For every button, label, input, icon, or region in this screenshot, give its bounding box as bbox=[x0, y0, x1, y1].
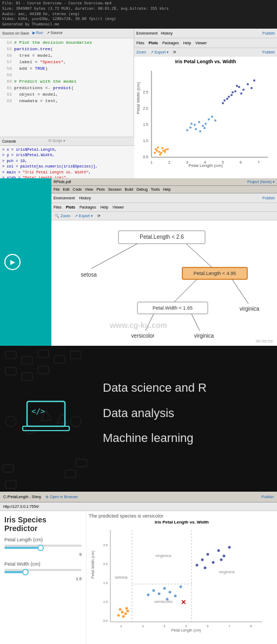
svg-text:</>: </> bbox=[31, 407, 45, 415]
source-btn[interactable]: ↗ Source bbox=[47, 31, 63, 35]
hist-tab[interactable]: History bbox=[79, 196, 91, 200]
svg-text:1.0: 1.0 bbox=[143, 139, 148, 143]
dt-viewer-tab[interactable]: Viewer bbox=[113, 205, 124, 209]
dark-text-section: </> Data science and R Data analysis Mac… bbox=[0, 346, 277, 492]
svg-text:virginica: virginica bbox=[194, 333, 214, 339]
shiny-scatter-plot: Petal Width (cm) Petal Length (cm) 0.5 1… bbox=[89, 525, 267, 638]
env-history-tab[interactable]: Environment bbox=[136, 31, 157, 35]
dt-export-btn[interactable]: ↗ Export ▾ bbox=[75, 214, 93, 218]
svg-point-39 bbox=[199, 130, 201, 132]
plots-menu[interactable]: Plots bbox=[96, 187, 105, 191]
export-btn[interactable]: ↗ Export ▾ bbox=[150, 50, 169, 55]
feature-text-1: Data science and R bbox=[103, 381, 266, 395]
publish-btn2[interactable]: Publish bbox=[262, 50, 275, 54]
svg-text:0.5: 0.5 bbox=[103, 619, 108, 622]
dt-refresh-btn[interactable]: ⟳ bbox=[97, 214, 101, 218]
help-tab[interactable]: Help bbox=[183, 41, 191, 45]
code-content: 54# Plot the decision boundaries 55parti… bbox=[0, 38, 134, 105]
dt-publish-btn[interactable]: Publish bbox=[262, 196, 275, 200]
svg-rect-73 bbox=[38, 350, 49, 358]
shiny-address-bar[interactable]: http://127.0.0.1:7554/ bbox=[0, 502, 277, 511]
tools-menu[interactable]: Tools bbox=[151, 187, 160, 191]
view-menu[interactable]: View bbox=[85, 187, 93, 191]
svg-text:3: 3 bbox=[186, 160, 188, 164]
dt-files-tab[interactable]: Files bbox=[54, 205, 62, 209]
file-info-line5: Generated by Thumbnail.me bbox=[2, 22, 275, 28]
dt-help-tab[interactable]: Help bbox=[101, 205, 108, 209]
dt-packages-tab[interactable]: Packages bbox=[80, 205, 96, 209]
zoom-btn[interactable]: Zoom bbox=[136, 50, 146, 54]
code-toolbar[interactable]: Source on Save ▶ Run ↗ Source bbox=[0, 29, 134, 38]
predicted-species-text: The predicted species is versicolor bbox=[89, 513, 275, 519]
dt-plots-toolbar[interactable]: Environment History Publish bbox=[51, 193, 277, 203]
file-info-line1: File: 01 - Course Overview - Course Over… bbox=[2, 1, 275, 6]
plot-controls-toolbar[interactable]: Zoom ↗ Export ▾ ⟳ Publish bbox=[134, 48, 277, 57]
plot-nav-toolbar[interactable]: Files Plots Packages Help Viewer bbox=[134, 38, 277, 48]
scatter-plot: Petal Width (cm) Petal Length (cm) 1 2 3… bbox=[135, 65, 271, 173]
session-menu[interactable]: Session bbox=[108, 187, 122, 191]
shiny-toolbar[interactable]: C:/PetalLength - Shiny ⊕ Open in Browser… bbox=[0, 492, 277, 502]
play-button[interactable]: ▶ bbox=[4, 254, 21, 270]
timestamp-middle: 00:00:53 bbox=[256, 339, 273, 344]
plots-tab[interactable]: Plots bbox=[149, 41, 158, 45]
svg-line-63 bbox=[232, 279, 248, 304]
dt-title-bar: RPlots.pdf Project (None) ▾ bbox=[51, 178, 277, 186]
debug-menu[interactable]: Debug bbox=[136, 187, 148, 191]
source-on-save-btn[interactable]: Source on Save bbox=[2, 31, 29, 35]
dt-plots-nav[interactable]: Files Plots Packages Help Viewer bbox=[51, 203, 277, 212]
svg-point-43 bbox=[230, 94, 233, 96]
file-info-line4: Video: h264, yuv420p, 1280x720, 30.00 fp… bbox=[2, 17, 275, 22]
shiny-url: http://127.0.0.1:7554/ bbox=[3, 505, 39, 508]
feature-text-2: Data analysis bbox=[103, 406, 266, 420]
open-in-browser-btn[interactable]: ⊕ Open in Browser bbox=[45, 495, 78, 499]
svg-line-57 bbox=[91, 244, 137, 269]
svg-text:Petal Width (cm): Petal Width (cm) bbox=[136, 82, 141, 114]
dt-zoom-btn[interactable]: 🔍 Zoom bbox=[55, 214, 70, 218]
petal-width-value: 1.5 bbox=[4, 576, 82, 581]
edit-menu[interactable]: Edit bbox=[63, 187, 69, 191]
svg-point-44 bbox=[234, 90, 236, 92]
watermark: www.cg-ku.com bbox=[110, 321, 167, 330]
petal-width-slider-thumb[interactable] bbox=[22, 569, 29, 575]
svg-text:1.5: 1.5 bbox=[103, 581, 108, 585]
dt-plots-tab[interactable]: Plots bbox=[66, 205, 75, 209]
files-tab[interactable]: Files bbox=[136, 41, 144, 45]
svg-text:2.5: 2.5 bbox=[103, 544, 108, 547]
svg-point-118 bbox=[119, 608, 122, 611]
code-menu[interactable]: Code bbox=[72, 187, 82, 191]
svg-point-123 bbox=[153, 589, 155, 592]
petal-length-slider-thumb[interactable] bbox=[37, 545, 44, 551]
help-menu[interactable]: Help bbox=[163, 187, 170, 191]
plot-toolbar[interactable]: Environment History Publish bbox=[134, 29, 277, 38]
dt-zoom-bar[interactable]: 🔍 Zoom ↗ Export ▾ ⟳ bbox=[51, 212, 277, 220]
feature-text-3: Machine learning bbox=[103, 431, 266, 445]
svg-text:1.0: 1.0 bbox=[103, 600, 108, 603]
viewer-tab[interactable]: Viewer bbox=[195, 41, 207, 45]
build-menu[interactable]: Build bbox=[125, 187, 134, 191]
svg-point-32 bbox=[202, 125, 204, 127]
svg-point-53 bbox=[236, 85, 238, 87]
svg-point-129 bbox=[166, 598, 169, 601]
publish-btn[interactable]: Publish bbox=[262, 31, 275, 35]
svg-point-37 bbox=[190, 123, 193, 125]
svg-point-50 bbox=[223, 99, 226, 102]
plot-title: Iris Petal Length vs. Width bbox=[135, 59, 276, 64]
svg-text:Petal.Width < 1.65: Petal.Width < 1.65 bbox=[153, 305, 193, 311]
file-menu[interactable]: File bbox=[54, 187, 60, 191]
packages-tab[interactable]: Packages bbox=[162, 41, 179, 45]
svg-text:5: 5 bbox=[185, 625, 187, 628]
console-content: > x = iris$Petal.Length, > y = iris$Peta… bbox=[0, 146, 134, 178]
svg-point-27 bbox=[167, 148, 169, 150]
shiny-publish-btn[interactable]: Publish bbox=[261, 495, 274, 499]
svg-text:Petal Length (cm): Petal Length (cm) bbox=[171, 628, 201, 633]
svg-text:7: 7 bbox=[258, 160, 260, 164]
laptop-icon: </> bbox=[22, 399, 70, 439]
history-tab[interactable]: History bbox=[161, 31, 173, 35]
refresh-btn[interactable]: ⟳ bbox=[173, 50, 176, 55]
svg-text:6: 6 bbox=[207, 625, 209, 628]
svg-line-58 bbox=[186, 244, 213, 269]
icon-panel: </> bbox=[0, 346, 92, 492]
run-btn[interactable]: ▶ Run bbox=[32, 31, 43, 35]
env-tab[interactable]: Environment bbox=[54, 196, 75, 200]
dt-menu-bar[interactable]: File Edit Code View Plots Session Build … bbox=[51, 186, 277, 193]
